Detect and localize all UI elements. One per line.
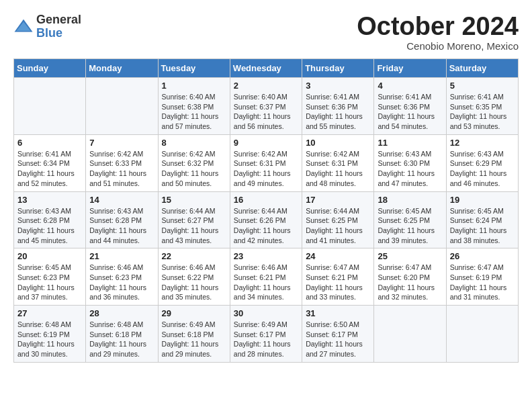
- calendar-week-row: 6Sunrise: 6:41 AM Sunset: 6:34 PM Daylig…: [14, 134, 519, 191]
- calendar-cell: 15Sunrise: 6:44 AM Sunset: 6:27 PM Dayli…: [158, 191, 230, 248]
- calendar-cell: 21Sunrise: 6:46 AM Sunset: 6:23 PM Dayli…: [86, 248, 158, 306]
- day-info: Sunrise: 6:43 AM Sunset: 6:29 PM Dayligh…: [450, 149, 515, 189]
- day-number: 9: [234, 138, 298, 148]
- day-number: 27: [17, 308, 82, 318]
- day-number: 2: [234, 81, 298, 91]
- day-info: Sunrise: 6:49 AM Sunset: 6:18 PM Dayligh…: [162, 320, 226, 359]
- day-number: 13: [17, 195, 82, 205]
- day-number: 10: [306, 138, 370, 148]
- calendar-cell: 29Sunrise: 6:49 AM Sunset: 6:18 PM Dayli…: [158, 306, 230, 363]
- day-info: Sunrise: 6:48 AM Sunset: 6:19 PM Dayligh…: [17, 320, 82, 359]
- day-number: 21: [89, 251, 154, 261]
- day-number: 18: [378, 195, 442, 205]
- day-number: 12: [450, 138, 515, 148]
- day-info: Sunrise: 6:47 AM Sunset: 6:21 PM Dayligh…: [306, 263, 370, 302]
- day-number: 23: [234, 251, 298, 261]
- page-header: General Blue October 2024 Cenobio Moreno…: [13, 13, 519, 52]
- calendar-cell: 13Sunrise: 6:43 AM Sunset: 6:28 PM Dayli…: [14, 191, 86, 248]
- day-info: Sunrise: 6:41 AM Sunset: 6:36 PM Dayligh…: [306, 92, 370, 132]
- calendar-cell: 30Sunrise: 6:49 AM Sunset: 6:17 PM Dayli…: [230, 306, 302, 363]
- day-number: 24: [306, 251, 370, 261]
- calendar-cell: 18Sunrise: 6:45 AM Sunset: 6:25 PM Dayli…: [374, 191, 446, 248]
- title-section: October 2024 Cenobio Moreno, Mexico: [357, 13, 519, 52]
- calendar-cell: 22Sunrise: 6:46 AM Sunset: 6:22 PM Dayli…: [158, 248, 230, 306]
- calendar-cell: 6Sunrise: 6:41 AM Sunset: 6:34 PM Daylig…: [14, 134, 86, 191]
- day-header-friday: Friday: [374, 59, 446, 78]
- day-info: Sunrise: 6:46 AM Sunset: 6:22 PM Dayligh…: [162, 263, 226, 302]
- calendar-cell: 31Sunrise: 6:50 AM Sunset: 6:17 PM Dayli…: [302, 306, 374, 363]
- day-info: Sunrise: 6:41 AM Sunset: 6:36 PM Dayligh…: [378, 92, 442, 132]
- day-number: 20: [17, 251, 82, 261]
- calendar-cell: 14Sunrise: 6:43 AM Sunset: 6:28 PM Dayli…: [86, 191, 158, 248]
- calendar-cell: 26Sunrise: 6:47 AM Sunset: 6:19 PM Dayli…: [446, 248, 518, 306]
- day-info: Sunrise: 6:40 AM Sunset: 6:38 PM Dayligh…: [162, 92, 226, 132]
- calendar-cell: 7Sunrise: 6:42 AM Sunset: 6:33 PM Daylig…: [86, 134, 158, 191]
- calendar-cell: 11Sunrise: 6:43 AM Sunset: 6:30 PM Dayli…: [374, 134, 446, 191]
- calendar-cell: [374, 306, 446, 363]
- day-number: 11: [378, 138, 442, 148]
- calendar-header-row: SundayMondayTuesdayWednesdayThursdayFrid…: [14, 59, 519, 78]
- day-info: Sunrise: 6:44 AM Sunset: 6:26 PM Dayligh…: [234, 206, 298, 246]
- day-info: Sunrise: 6:46 AM Sunset: 6:21 PM Dayligh…: [234, 263, 298, 302]
- day-info: Sunrise: 6:45 AM Sunset: 6:23 PM Dayligh…: [17, 263, 82, 302]
- logo: General Blue: [13, 13, 81, 40]
- day-info: Sunrise: 6:44 AM Sunset: 6:27 PM Dayligh…: [162, 206, 226, 246]
- day-info: Sunrise: 6:45 AM Sunset: 6:24 PM Dayligh…: [450, 206, 515, 246]
- day-info: Sunrise: 6:46 AM Sunset: 6:23 PM Dayligh…: [89, 263, 154, 302]
- day-info: Sunrise: 6:41 AM Sunset: 6:35 PM Dayligh…: [450, 92, 515, 132]
- calendar-cell: 23Sunrise: 6:46 AM Sunset: 6:21 PM Dayli…: [230, 248, 302, 306]
- day-header-wednesday: Wednesday: [230, 59, 302, 78]
- day-number: 14: [89, 195, 154, 205]
- day-number: 5: [450, 81, 515, 91]
- logo-general: General: [36, 13, 81, 27]
- day-info: Sunrise: 6:44 AM Sunset: 6:25 PM Dayligh…: [306, 206, 370, 246]
- calendar-cell: 28Sunrise: 6:48 AM Sunset: 6:18 PM Dayli…: [86, 306, 158, 363]
- calendar-cell: [86, 78, 158, 135]
- calendar-cell: 17Sunrise: 6:44 AM Sunset: 6:25 PM Dayli…: [302, 191, 374, 248]
- calendar-cell: 8Sunrise: 6:42 AM Sunset: 6:32 PM Daylig…: [158, 134, 230, 191]
- day-number: 6: [17, 138, 82, 148]
- day-info: Sunrise: 6:43 AM Sunset: 6:30 PM Dayligh…: [378, 149, 442, 189]
- day-number: 3: [306, 81, 370, 91]
- day-info: Sunrise: 6:47 AM Sunset: 6:20 PM Dayligh…: [378, 263, 442, 302]
- day-number: 4: [378, 81, 442, 91]
- day-info: Sunrise: 6:48 AM Sunset: 6:18 PM Dayligh…: [89, 320, 154, 359]
- day-number: 25: [378, 251, 442, 261]
- day-info: Sunrise: 6:45 AM Sunset: 6:25 PM Dayligh…: [378, 206, 442, 246]
- month-title: October 2024: [357, 13, 519, 39]
- day-info: Sunrise: 6:49 AM Sunset: 6:17 PM Dayligh…: [234, 320, 298, 359]
- calendar-cell: 10Sunrise: 6:42 AM Sunset: 6:31 PM Dayli…: [302, 134, 374, 191]
- day-info: Sunrise: 6:40 AM Sunset: 6:37 PM Dayligh…: [234, 92, 298, 132]
- calendar-cell: 2Sunrise: 6:40 AM Sunset: 6:37 PM Daylig…: [230, 78, 302, 135]
- day-number: 19: [450, 195, 515, 205]
- calendar-week-row: 27Sunrise: 6:48 AM Sunset: 6:19 PM Dayli…: [14, 306, 519, 363]
- calendar-week-row: 20Sunrise: 6:45 AM Sunset: 6:23 PM Dayli…: [14, 248, 519, 306]
- logo-blue: Blue: [36, 27, 81, 40]
- calendar-cell: 20Sunrise: 6:45 AM Sunset: 6:23 PM Dayli…: [14, 248, 86, 306]
- day-header-thursday: Thursday: [302, 59, 374, 78]
- calendar-cell: 12Sunrise: 6:43 AM Sunset: 6:29 PM Dayli…: [446, 134, 518, 191]
- calendar-week-row: 13Sunrise: 6:43 AM Sunset: 6:28 PM Dayli…: [14, 191, 519, 248]
- calendar-table: SundayMondayTuesdayWednesdayThursdayFrid…: [13, 58, 519, 363]
- day-header-tuesday: Tuesday: [158, 59, 230, 78]
- day-info: Sunrise: 6:42 AM Sunset: 6:31 PM Dayligh…: [234, 149, 298, 189]
- day-header-sunday: Sunday: [14, 59, 86, 78]
- day-info: Sunrise: 6:42 AM Sunset: 6:31 PM Dayligh…: [306, 149, 370, 189]
- day-number: 31: [306, 308, 370, 318]
- day-number: 16: [234, 195, 298, 205]
- day-info: Sunrise: 6:50 AM Sunset: 6:17 PM Dayligh…: [306, 320, 370, 359]
- day-number: 1: [162, 81, 226, 91]
- day-info: Sunrise: 6:42 AM Sunset: 6:32 PM Dayligh…: [162, 149, 226, 189]
- logo-text: General Blue: [36, 13, 81, 40]
- calendar-cell: 5Sunrise: 6:41 AM Sunset: 6:35 PM Daylig…: [446, 78, 518, 135]
- logo-icon: [13, 17, 34, 37]
- day-number: 8: [162, 138, 226, 148]
- calendar-cell: [446, 306, 518, 363]
- calendar-cell: 16Sunrise: 6:44 AM Sunset: 6:26 PM Dayli…: [230, 191, 302, 248]
- calendar-cell: 24Sunrise: 6:47 AM Sunset: 6:21 PM Dayli…: [302, 248, 374, 306]
- calendar-cell: 1Sunrise: 6:40 AM Sunset: 6:38 PM Daylig…: [158, 78, 230, 135]
- day-header-saturday: Saturday: [446, 59, 518, 78]
- day-header-monday: Monday: [86, 59, 158, 78]
- day-number: 7: [89, 138, 154, 148]
- location-subtitle: Cenobio Moreno, Mexico: [357, 40, 519, 52]
